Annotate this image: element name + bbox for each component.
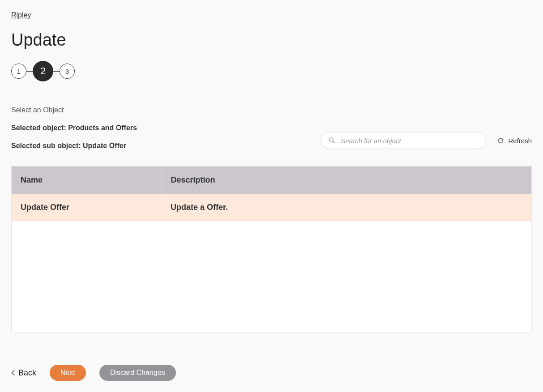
refresh-button[interactable]: Refresh [497,137,532,145]
search-icon [328,136,336,145]
object-table: Name Description Update Offer Update a O… [12,166,531,221]
next-button[interactable]: Next [50,365,86,381]
footer-actions: Back Next Discard Changes [11,365,176,381]
section-label: Select an Object [11,106,532,114]
table-row[interactable]: Update Offer Update a Offer. [12,194,531,221]
step-3[interactable]: 3 [60,64,75,79]
table-header-description: Description [162,166,531,194]
refresh-icon [497,137,505,145]
selected-object-text: Selected object: Products and Offers [11,124,532,132]
step-2[interactable]: 2 [33,61,53,81]
table-cell-name: Update Offer [12,194,162,221]
discard-button[interactable]: Discard Changes [99,365,176,381]
stepper: 1 2 3 [11,61,532,81]
back-label: Back [18,368,36,378]
page-title: Update [11,30,532,50]
refresh-label: Refresh [508,137,532,145]
breadcrumb-root-link[interactable]: Ripley [11,11,31,19]
object-table-container: Name Description Update Offer Update a O… [11,166,532,332]
table-header-name: Name [12,166,162,194]
search-input[interactable] [341,137,479,145]
step-connector [53,71,60,72]
table-cell-description: Update a Offer. [162,194,531,221]
step-connector [26,71,33,72]
back-button[interactable]: Back [11,368,36,378]
chevron-left-icon [11,370,16,376]
search-box[interactable] [321,132,486,149]
step-1[interactable]: 1 [11,64,26,79]
